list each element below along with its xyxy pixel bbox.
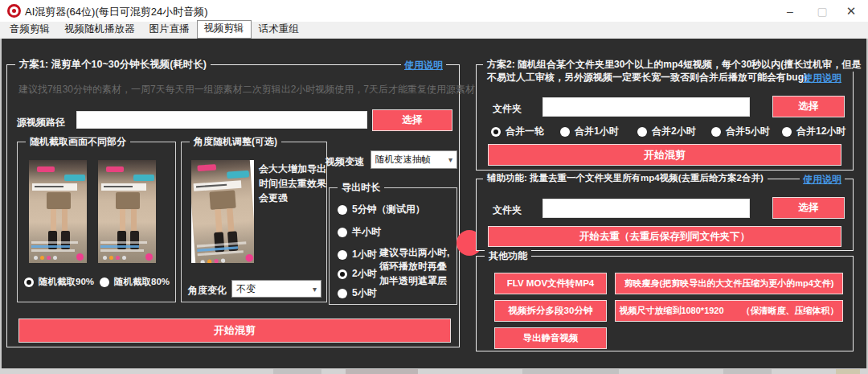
chevron-down-icon: ▾ (448, 155, 452, 164)
radio-duration-1hour[interactable]: 1小时 (338, 248, 377, 261)
plan2-start-button[interactable]: 开始混剪 (488, 144, 841, 166)
aux-folder-select-button[interactable]: 选择 (772, 197, 845, 219)
speed-label: 视频变速 (326, 155, 364, 169)
angle-change-dropdown[interactable]: 不变 ▾ (231, 280, 321, 298)
radio-merge-one-round[interactable]: 合并一轮 (491, 125, 544, 138)
plan1-hint: 建议找7组30分钟的素材，一周7天每天用一组源素材二次剪辑出2小时视频使用，7天… (18, 83, 475, 97)
plan2-panel: 方案2: 随机组合某个文件夹里30个以上的mp4短视频，每个30秒以内(擅长过机… (476, 64, 854, 171)
duration-group-title: 导出时长 (338, 181, 384, 195)
radio-icon (338, 228, 347, 237)
plan2-folder-input[interactable] (542, 97, 750, 117)
export-muted-video-button[interactable]: 导出静音视频 (494, 327, 607, 349)
radio-icon (338, 269, 347, 279)
radio-icon (100, 277, 109, 287)
duration-group: 导出时长 5分钟（测试用） 半小时 1小时 2小时 5小时 建议导出两小时,循 (329, 187, 457, 305)
angle-change-label: 角度变化 (188, 284, 227, 298)
aux-panel: 辅助功能: 批量去重一个文件夹里所有mp4视频(去重后给方案2合并) 使用说明 … (476, 179, 854, 251)
video-preview-thumb (29, 160, 87, 263)
crop-group: 随机截取画面不同部分 随机截取90% 随机截取80% (17, 142, 176, 302)
others-panel: 其他功能 FLV MOV文件转MP4 剪映瘦身(把剪映导出的大文件压缩为更小的m… (476, 256, 854, 351)
plan2-help-link[interactable]: 使用说明 (803, 72, 841, 85)
radio-duration-half-hour[interactable]: 半小时 (338, 225, 381, 239)
radio-icon (338, 289, 347, 298)
aux-folder-input[interactable] (542, 199, 750, 218)
radio-crop-80[interactable]: 随机截取80% (100, 276, 170, 288)
tab-bar: 音频剪辑 视频随机播放器 图片直播 视频剪辑 话术重组 (0, 22, 868, 39)
title-bar: AI混剪器(64位)(每日可混剪24小时音频) – ▢ ✕ (0, 0, 868, 22)
flv-mov-to-mp4-button[interactable]: FLV MOV文件转MP4 (494, 273, 607, 294)
maximize-button[interactable]: ▢ (809, 0, 836, 22)
plan2-folder-select-button[interactable]: 选择 (772, 96, 845, 117)
tab-video-edit[interactable]: 视频剪辑 (197, 20, 252, 39)
angle-group: 角度随机调整(可选) 会大大增加导出时间但去重效果会更强 角度变化 不变 ▾ (181, 142, 327, 302)
radio-merge-12hour[interactable]: 合并12小时 (782, 125, 845, 138)
tab-script-remix[interactable]: 话术重组 (252, 21, 306, 39)
taskbar-sliver (0, 368, 868, 374)
source-path-input[interactable] (76, 111, 367, 129)
radio-icon (637, 127, 647, 137)
radio-duration-2hour[interactable]: 2小时 (338, 267, 377, 281)
speed-dropdown[interactable]: 随机变速抽帧 ▾ (371, 150, 457, 169)
plan2-folder-label: 文件夹 (493, 102, 522, 116)
duration-note: 建议导出两小时,循环播放时再叠加半透明遮罩层 (379, 246, 453, 288)
tab-audio-edit[interactable]: 音频剪辑 (2, 21, 57, 39)
video-preview-thumb (98, 160, 156, 263)
aux-start-button[interactable]: 开始去重（去重后保存到同文件夹下） (488, 226, 841, 247)
split-video-button[interactable]: 视频拆分多段30分钟 (494, 300, 607, 322)
plan1-panel: 方案1: 混剪单个10~30分钟长视频(耗时长) 使用说明 建议找7组30分钟的… (6, 64, 460, 347)
plan1-start-button[interactable]: 开始混剪 (18, 319, 451, 343)
aux-help-link[interactable]: 使用说明 (800, 173, 845, 187)
main-content: 方案1: 混剪单个10~30分钟长视频(耗时长) 使用说明 建议找7组30分钟的… (0, 39, 868, 368)
crop-group-title: 随机截取画面不同部分 (26, 135, 130, 149)
tab-random-player[interactable]: 视频随机播放器 (57, 21, 142, 39)
radio-icon (491, 127, 501, 137)
plan1-help-link[interactable]: 使用说明 (401, 59, 446, 72)
aux-title: 辅助功能: 批量去重一个文件夹里所有mp4视频(去重后给方案2合并) (483, 172, 768, 184)
radio-merge-2hour[interactable]: 合并2小时 (637, 125, 696, 138)
radio-merge-1hour[interactable]: 合并1小时 (560, 125, 619, 138)
radio-duration-5min[interactable]: 5分钟（测试用） (338, 203, 425, 216)
others-title: 其他功能 (485, 249, 531, 263)
close-button[interactable]: ✕ (837, 0, 865, 22)
app-logo-icon (7, 4, 21, 18)
minimize-button[interactable]: – (776, 0, 804, 22)
radio-merge-5hour[interactable]: 合并5小时 (711, 125, 770, 138)
plan2-title-line2: 不易过人工审核，另外源视频一定要长宽一致否则合并后播放可能会有bug) (487, 71, 807, 84)
window-title: AI混剪器(64位)(每日可混剪24小时音频) (25, 5, 208, 19)
source-path-label: 源视频路径 (17, 116, 65, 129)
plan2-title-line1: 方案2: 随机组合某个文件夹里30个以上的mp4短视频，每个30秒以内(擅长过机… (483, 58, 865, 72)
radio-icon (560, 127, 570, 137)
tab-image-live[interactable]: 图片直播 (142, 21, 197, 39)
chevron-down-icon: ▾ (313, 285, 317, 294)
radio-duration-5hour[interactable]: 5小时 (338, 286, 377, 300)
angle-group-title: 角度随机调整(可选) (190, 135, 281, 149)
radio-icon (338, 250, 347, 260)
jianying-shrink-button[interactable]: 剪映瘦身(把剪映导出的大文件压缩为更小的mp4文件) (615, 273, 843, 294)
radio-icon (782, 127, 792, 137)
resize-video-button[interactable]: 视频尺寸放缩到1080*1920 （保清晰度、压缩体积） (615, 300, 843, 322)
radio-icon (338, 205, 347, 215)
radio-crop-90[interactable]: 随机截取90% (24, 276, 94, 288)
plan1-title: 方案1: 混剪单个10~30分钟长视频(耗时长) (15, 58, 211, 72)
source-path-select-button[interactable]: 选择 (372, 109, 452, 131)
radio-icon (24, 277, 34, 287)
angle-note: 会大大增加导出时间但去重效果会更强 (259, 162, 328, 205)
video-preview-thumb-rotated (191, 160, 254, 263)
radio-icon (711, 127, 721, 137)
aux-folder-label: 文件夹 (493, 203, 522, 217)
